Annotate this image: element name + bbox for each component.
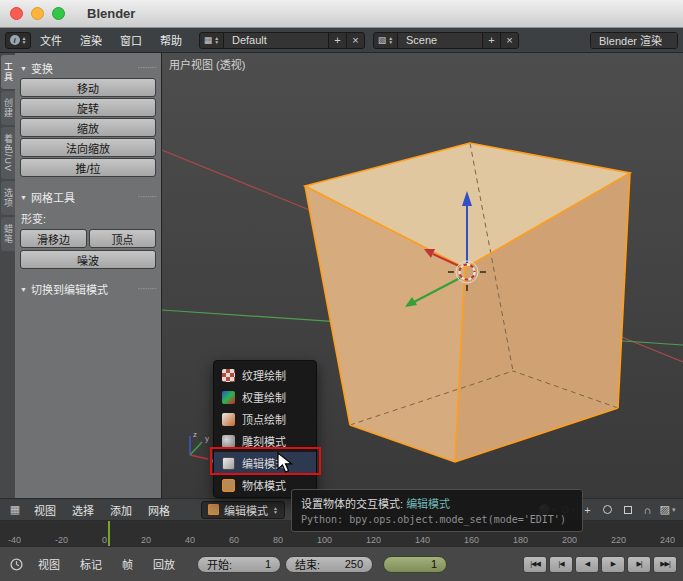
close-button[interactable]	[10, 7, 23, 20]
menu-file[interactable]: 文件	[31, 28, 71, 53]
editor-type-button[interactable]: i	[5, 32, 31, 49]
noise-button[interactable]: 噪波	[20, 250, 156, 269]
panel-grip-icon[interactable]	[137, 65, 156, 71]
annotation-highlight-box	[210, 447, 321, 475]
current-frame-field[interactable]: 1	[383, 556, 447, 573]
ruler-label: 80	[273, 535, 283, 545]
vertex-slide-button[interactable]: 顶点	[89, 229, 156, 248]
tooltip-mode-name: 编辑模式	[406, 498, 450, 510]
ruler-label: 220	[611, 535, 626, 545]
tab-create[interactable]: 创建	[1, 91, 15, 125]
menu-add[interactable]: 添加	[103, 498, 139, 521]
render-engine-name[interactable]: Blender 渲染	[591, 33, 677, 48]
menu-render[interactable]: 渲染	[71, 28, 111, 53]
ruler-label: 180	[513, 535, 528, 545]
snap-magnet-toggle[interactable]: ∩	[639, 502, 656, 518]
menu-item-label: 权重绘制	[242, 389, 286, 405]
tooltip-description: 设置物体的交互模式:	[301, 498, 406, 510]
weight-paint-icon	[222, 391, 235, 404]
updown-arrows-icon	[273, 506, 278, 514]
remove-scene-button[interactable]: ×	[500, 33, 518, 48]
add-screen-button[interactable]: +	[328, 33, 346, 48]
ruler-label: -20	[55, 535, 68, 545]
manipulator-scale-toggle[interactable]	[619, 502, 636, 518]
menu-window[interactable]: 窗口	[111, 28, 151, 53]
scale-button[interactable]: 缩放	[20, 118, 156, 137]
push-pull-button[interactable]: 推/拉	[20, 158, 156, 177]
timeline-menu-marker[interactable]: 标记	[72, 556, 110, 572]
play-reverse-button[interactable]: ◀	[575, 556, 599, 573]
minimize-button[interactable]	[31, 7, 44, 20]
menu-item-weight-paint[interactable]: 权重绘制	[214, 386, 316, 408]
updown-arrows-icon	[22, 36, 27, 44]
render-opengl-button[interactable]: ▨	[659, 502, 676, 518]
browse-screen-icon[interactable]: ▦	[200, 33, 224, 48]
tooltip: 设置物体的交互模式: 编辑模式 Python: bpy.ops.object.m…	[291, 489, 583, 532]
menu-item-texture-paint[interactable]: 纹理绘制	[214, 364, 316, 386]
ruler-label: 60	[229, 535, 239, 545]
scene-selector: ▧ Scene + ×	[373, 32, 519, 49]
manipulator-rotate-toggle[interactable]	[599, 502, 616, 518]
edit-mode-icon	[208, 504, 219, 515]
title-bar: Blender	[0, 0, 683, 28]
tool-shelf: ▼ 变换 移动 旋转 缩放 法向缩放 推/拉 ▼ 网格工具 形变: 滑移边 顶点…	[15, 53, 162, 498]
frame-start-label: 开始:	[207, 556, 232, 572]
screen-layout-selector: ▦ Default + ×	[199, 32, 365, 49]
play-button[interactable]: ▶	[601, 556, 625, 573]
tab-options[interactable]: 选项	[1, 181, 15, 215]
shrink-fatten-button[interactable]: 法向缩放	[20, 138, 156, 157]
panel-title: 网格工具	[31, 189, 75, 205]
browse-scene-icon[interactable]: ▧	[374, 33, 398, 48]
frame-end-field[interactable]: 结束: 250	[285, 556, 373, 573]
deform-label: 形变:	[21, 210, 155, 226]
next-keyframe-button[interactable]: ▶|	[627, 556, 651, 573]
add-scene-button[interactable]: +	[482, 33, 500, 48]
menu-select[interactable]: 选择	[65, 498, 101, 521]
cube-mesh[interactable]	[305, 143, 630, 462]
translate-button[interactable]: 移动	[20, 78, 156, 97]
panel-header-transform[interactable]: ▼ 变换	[20, 59, 156, 77]
edge-slide-button[interactable]: 滑移边	[20, 229, 87, 248]
frame-end-value: 250	[345, 558, 363, 570]
timeline-header: 视图 标记 帧 回放 开始: 1 结束: 250 1 |◀◀ |◀ ◀ ▶ ▶|…	[0, 546, 683, 581]
mouse-cursor	[277, 452, 295, 474]
panel-collapse-icon: ▼	[20, 65, 27, 72]
panel-grip-icon[interactable]	[137, 194, 156, 200]
menu-item-vertex-paint[interactable]: 顶点绘制	[214, 408, 316, 430]
ruler-labels: -40 -20 0 20 40 60 80 100 120 140 160 18…	[0, 535, 683, 545]
jump-end-button[interactable]: ▶▶|	[653, 556, 677, 573]
window-title: Blender	[87, 6, 135, 21]
timeline-menu-frame[interactable]: 帧	[114, 556, 141, 572]
prev-keyframe-button[interactable]: |◀	[549, 556, 573, 573]
tab-grease-pencil[interactable]: 蜡笔	[1, 217, 15, 251]
rotate-button[interactable]: 旋转	[20, 98, 156, 117]
screen-layout-name[interactable]: Default	[224, 33, 328, 48]
panel-grip-icon[interactable]	[137, 286, 156, 292]
render-engine-selector: Blender 渲染	[590, 32, 678, 49]
menu-help[interactable]: 帮助	[151, 28, 191, 53]
menu-mesh[interactable]: 网格	[141, 498, 177, 521]
mode-dropdown[interactable]: 编辑模式	[201, 501, 285, 519]
tab-shading-uv[interactable]: 着色/UV	[1, 127, 15, 179]
menu-view[interactable]: 视图	[27, 498, 63, 521]
timeline-menu-view[interactable]: 视图	[30, 556, 68, 572]
view-label: 用户视图 (透视)	[169, 58, 245, 71]
ruler-label: 40	[185, 535, 195, 545]
tab-tools[interactable]: 工具	[1, 55, 15, 89]
editor-type-timeline-icon[interactable]	[6, 556, 26, 573]
ruler-label: 0	[102, 535, 107, 545]
timeline-menu-playback[interactable]: 回放	[145, 556, 183, 572]
jump-start-button[interactable]: |◀◀	[523, 556, 547, 573]
maximize-button[interactable]	[52, 7, 65, 20]
panel-header-mesh-tools[interactable]: ▼ 网格工具	[20, 188, 156, 206]
frame-start-field[interactable]: 开始: 1	[197, 556, 281, 573]
vertex-paint-icon	[222, 413, 235, 426]
panel-collapse-icon: ▼	[20, 194, 27, 201]
ruler-label: 100	[317, 535, 332, 545]
tool-shelf-tabs: 工具 创建 着色/UV 选项 蜡笔	[0, 53, 15, 498]
panel-header-redo[interactable]: ▼ 切换到编辑模式	[20, 280, 156, 298]
ruler-label: 20	[141, 535, 151, 545]
remove-screen-button[interactable]: ×	[346, 33, 364, 48]
editor-type-3dview-icon[interactable]: ▦	[5, 501, 25, 518]
scene-name[interactable]: Scene	[398, 33, 482, 48]
